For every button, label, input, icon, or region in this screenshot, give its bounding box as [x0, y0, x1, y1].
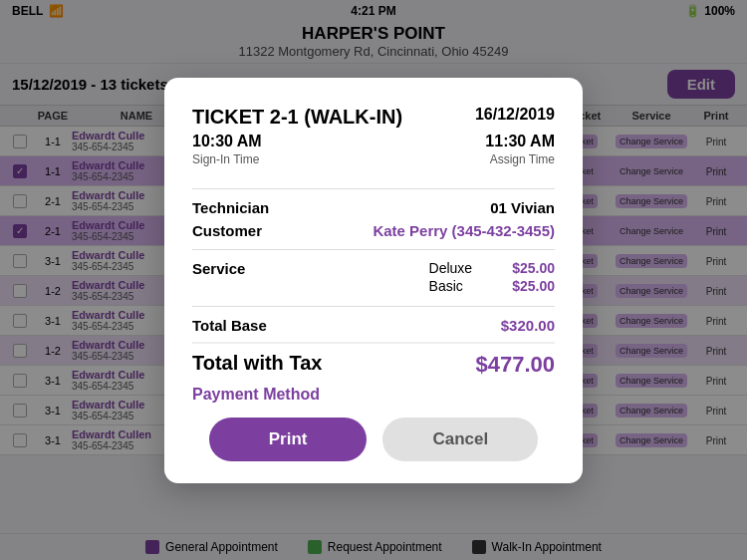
technician-value: 01 Vivian: [490, 199, 555, 216]
service-name-1: Deluxe: [429, 260, 473, 276]
service-row-2: Basic $25.00: [429, 278, 555, 294]
modal-print-button[interactable]: Print: [209, 418, 368, 461]
assign-label: Assign Time: [490, 152, 555, 166]
ticket-date: 16/12/2019: [475, 106, 555, 124]
service-price-1: $25.00: [512, 260, 555, 276]
total-tax-value: $477.00: [475, 352, 555, 378]
total-tax-label: Total with Tax: [192, 352, 322, 378]
technician-label: Technician: [192, 199, 269, 216]
service-list: Deluxe $25.00 Basic $25.00: [429, 260, 555, 296]
service-price-2: $25.00: [512, 278, 555, 294]
divider-3: [192, 306, 555, 307]
payment-method-label: Payment Method: [192, 386, 555, 404]
modal-header-row: TICKET 2-1 (WALK-IN) 16/12/2019: [192, 106, 555, 129]
service-label: Service: [192, 260, 245, 277]
ticket-title: TICKET 2-1 (WALK-IN): [192, 106, 402, 129]
total-base-value: $320.00: [501, 317, 555, 334]
divider-1: [192, 188, 555, 189]
service-row-1: Deluxe $25.00: [429, 260, 555, 276]
technician-row: Technician 01 Vivian: [192, 199, 555, 216]
total-base-row: Total Base $320.00: [192, 317, 555, 334]
customer-label: Customer: [192, 222, 262, 239]
ticket-modal: TICKET 2-1 (WALK-IN) 16/12/2019 10:30 AM…: [164, 78, 583, 483]
total-base-label: Total Base: [192, 317, 267, 334]
sign-in-time: 10:30 AM: [192, 133, 262, 150]
service-name-2: Basic: [429, 278, 463, 294]
time-labels-row: Sign-In Time Assign Time: [192, 152, 555, 178]
sign-in-label: Sign-In Time: [192, 152, 259, 166]
customer-row: Customer Kate Perry (345-432-3455): [192, 222, 555, 239]
modal-times-row: 10:30 AM 11:30 AM: [192, 133, 555, 150]
modal-overlay: TICKET 2-1 (WALK-IN) 16/12/2019 10:30 AM…: [0, 0, 747, 560]
modal-buttons: Print Cancel: [192, 418, 555, 461]
divider-2: [192, 249, 555, 250]
modal-cancel-button[interactable]: Cancel: [382, 418, 538, 461]
customer-value: Kate Perry (345-432-3455): [373, 222, 555, 239]
service-section: Service Deluxe $25.00 Basic $25.00: [192, 260, 555, 296]
total-tax-row: Total with Tax $477.00: [192, 342, 555, 378]
assign-time: 11:30 AM: [485, 133, 555, 150]
